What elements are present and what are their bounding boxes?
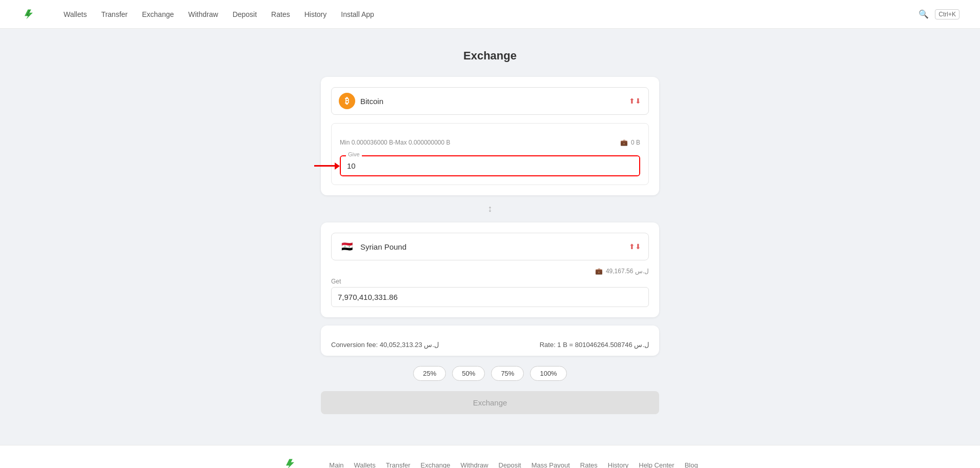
range-row: Min 0.000036000 B - Max 0.000000000 B 💼 … bbox=[340, 139, 640, 146]
footer-transfer[interactable]: Transfer bbox=[386, 461, 411, 469]
footer-history[interactable]: History bbox=[608, 461, 628, 469]
footer-wallets[interactable]: Wallets bbox=[354, 461, 376, 469]
keyboard-shortcut: Ctrl+K bbox=[935, 9, 959, 19]
percent-75-button[interactable]: 75% bbox=[491, 366, 524, 381]
main-content: Exchange ₿ Bitcoin ⬆⬇ Min 0.000036000 B … bbox=[0, 29, 980, 445]
percent-buttons-row: 25% 50% 75% 100% bbox=[413, 366, 566, 381]
swap-row: ↕ bbox=[488, 195, 493, 222]
nav-wallets[interactable]: Wallets bbox=[64, 10, 87, 18]
footer-logo[interactable] bbox=[282, 456, 298, 468]
footer-deposit[interactable]: Deposit bbox=[499, 461, 521, 469]
nav-deposit[interactable]: Deposit bbox=[233, 10, 257, 18]
get-balance-row: 💼 49,167.56 ل.س bbox=[331, 268, 649, 275]
get-input[interactable] bbox=[331, 287, 649, 307]
chevron-up-down-icon: ⬆⬇ bbox=[629, 97, 641, 105]
footer-exchange[interactable]: Exchange bbox=[421, 461, 451, 469]
percent-100-button[interactable]: 100% bbox=[530, 366, 566, 381]
give-input[interactable] bbox=[341, 156, 639, 175]
nav-exchange[interactable]: Exchange bbox=[142, 10, 174, 18]
percent-50-button[interactable]: 50% bbox=[452, 366, 485, 381]
footer-rates[interactable]: Rates bbox=[580, 461, 598, 469]
wallet-icon-2: 💼 bbox=[595, 268, 603, 275]
footer-withdraw[interactable]: Withdraw bbox=[460, 461, 488, 469]
exchange-button[interactable]: Exchange bbox=[321, 391, 659, 414]
page-title: Exchange bbox=[463, 49, 517, 63]
to-currency-card: 🇸🇾 Syrian Pound ⬆⬇ 💼 49,167.56 ل.س Get bbox=[321, 222, 659, 317]
to-chevron-icon: ⬆⬇ bbox=[629, 242, 641, 251]
max-range-label: Max 0.000000000 B bbox=[395, 139, 450, 146]
wallet-balance: 💼 0 B bbox=[620, 139, 640, 146]
wallet-icon: 💼 bbox=[620, 139, 628, 146]
conversion-rate-label: Rate: 1 B = 801046264.508746 ل.س bbox=[540, 341, 649, 349]
arrow-head bbox=[335, 162, 340, 170]
to-balance-value: 49,167.56 ل.س bbox=[606, 268, 649, 275]
to-currency-selector[interactable]: 🇸🇾 Syrian Pound ⬆⬇ bbox=[331, 233, 649, 260]
nav-links: Wallets Transfer Exchange Withdraw Depos… bbox=[64, 10, 902, 18]
give-input-wrapper bbox=[340, 155, 640, 176]
from-currency-card: ₿ Bitcoin ⬆⬇ Min 0.000036000 B - Max 0.0… bbox=[321, 77, 659, 195]
give-section: Min 0.000036000 B - Max 0.000000000 B 💼 … bbox=[331, 123, 649, 185]
swap-icon[interactable]: ↕ bbox=[488, 204, 493, 214]
nav-transfer[interactable]: Transfer bbox=[101, 10, 128, 18]
from-currency-name: Bitcoin bbox=[360, 97, 629, 106]
give-input-container: Give bbox=[340, 155, 640, 176]
nav-right: 🔍 Ctrl+K bbox=[918, 9, 959, 19]
nav-history[interactable]: History bbox=[304, 10, 327, 18]
balance-value: 0 B bbox=[631, 139, 640, 146]
get-label: Get bbox=[331, 278, 649, 285]
bitcoin-icon: ₿ bbox=[339, 93, 355, 109]
conversion-row: Conversion fee: 40,052,313.23 ل.س Rate: … bbox=[331, 341, 649, 349]
search-button[interactable]: 🔍 bbox=[918, 9, 929, 19]
nav-install-app[interactable]: Install App bbox=[341, 10, 374, 18]
red-arrow-indicator bbox=[314, 162, 340, 170]
from-currency-selector[interactable]: ₿ Bitcoin ⬆⬇ bbox=[331, 87, 649, 115]
conversion-info-card: Conversion fee: 40,052,313.23 ل.س Rate: … bbox=[321, 325, 659, 356]
footer-blog[interactable]: Blog bbox=[685, 461, 698, 469]
logo[interactable] bbox=[21, 6, 37, 23]
navbar: Wallets Transfer Exchange Withdraw Depos… bbox=[0, 0, 980, 29]
give-input-area: Give bbox=[340, 155, 640, 176]
to-currency-name: Syrian Pound bbox=[360, 242, 629, 251]
get-section: Get bbox=[331, 278, 649, 307]
footer-help-center[interactable]: Help Center bbox=[639, 461, 674, 469]
syrian-flag-icon: 🇸🇾 bbox=[339, 238, 355, 255]
conversion-fee-label: Conversion fee: 40,052,313.23 ل.س bbox=[331, 341, 439, 349]
footer-mass-payout[interactable]: Mass Payout bbox=[532, 461, 570, 469]
footer: Main Wallets Transfer Exchange Withdraw … bbox=[0, 445, 980, 468]
arrow-line bbox=[314, 165, 335, 167]
footer-main[interactable]: Main bbox=[329, 461, 343, 469]
min-range-label: Min 0.000036000 B bbox=[340, 139, 393, 146]
footer-links: Main Wallets Transfer Exchange Withdraw … bbox=[329, 461, 698, 469]
nav-rates[interactable]: Rates bbox=[271, 10, 290, 18]
give-label: Give bbox=[346, 151, 362, 157]
percent-25-button[interactable]: 25% bbox=[413, 366, 446, 381]
nav-withdraw[interactable]: Withdraw bbox=[188, 10, 218, 18]
